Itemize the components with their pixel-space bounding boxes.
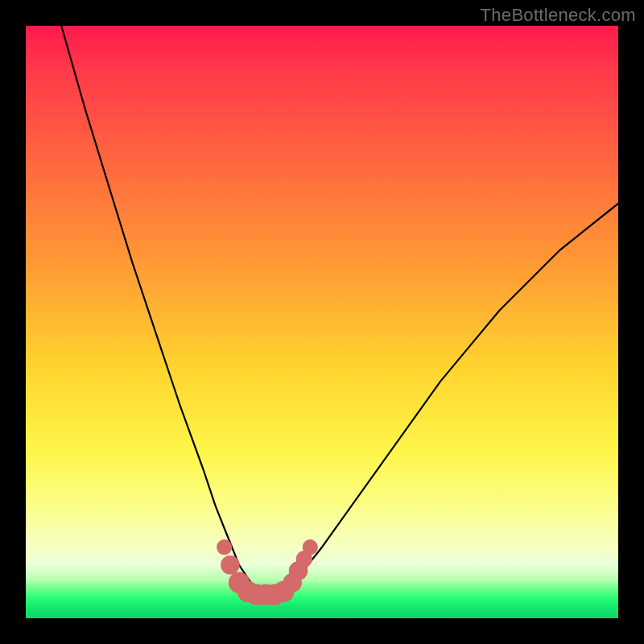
watermark-text: TheBottleneck.com [481,5,636,26]
bottleneck-markers [217,539,318,605]
curve-marker [217,539,232,555]
chart-svg [26,26,618,618]
chart-plot-area [26,26,618,618]
curve-marker [221,555,240,575]
bottleneck-curve [61,26,618,595]
curve-marker [303,539,318,555]
chart-frame: TheBottleneck.com [0,0,644,644]
